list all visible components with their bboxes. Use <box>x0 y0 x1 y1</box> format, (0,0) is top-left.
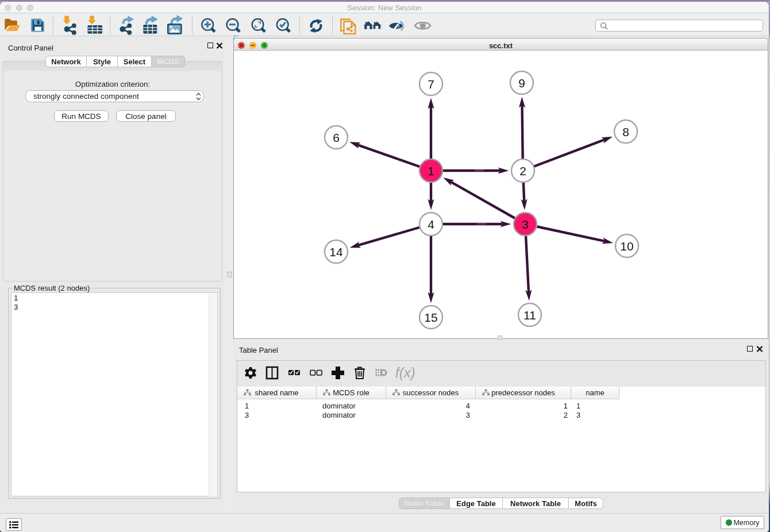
svg-text:15: 15 <box>424 311 437 324</box>
svg-text:14: 14 <box>329 245 343 259</box>
svg-text:1: 1 <box>428 164 434 178</box>
svg-text:f(x): f(x) <box>395 365 415 380</box>
svg-text:7: 7 <box>428 78 434 91</box>
svg-text:10: 10 <box>620 240 633 253</box>
svg-text:4: 4 <box>428 218 434 231</box>
svg-text:9: 9 <box>518 76 525 90</box>
svg-text:3: 3 <box>522 218 529 231</box>
svg-text:6: 6 <box>333 131 340 144</box>
svg-text:2: 2 <box>519 164 526 178</box>
svg-text:8: 8 <box>622 125 629 138</box>
svg-text:11: 11 <box>523 309 536 322</box>
